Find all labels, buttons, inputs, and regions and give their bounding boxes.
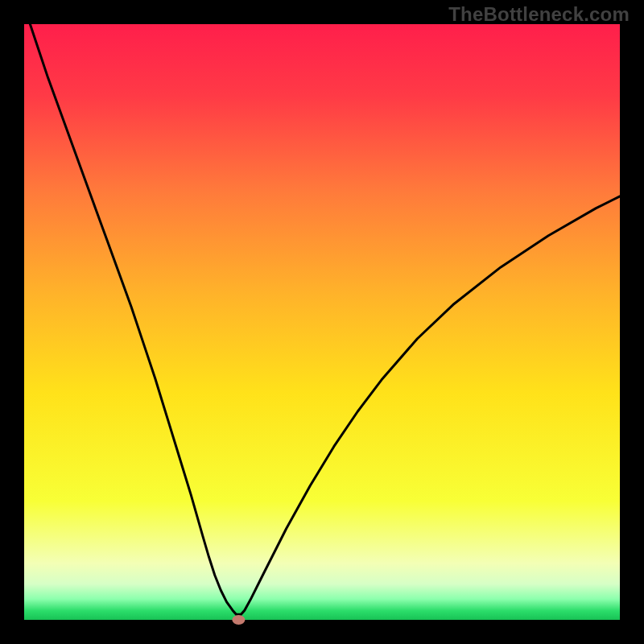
optimal-point-marker bbox=[232, 615, 245, 625]
chart-frame: TheBottleneck.com bbox=[0, 0, 644, 644]
plot-background bbox=[24, 24, 620, 620]
bottleneck-chart bbox=[0, 0, 644, 644]
watermark-text: TheBottleneck.com bbox=[448, 3, 630, 26]
